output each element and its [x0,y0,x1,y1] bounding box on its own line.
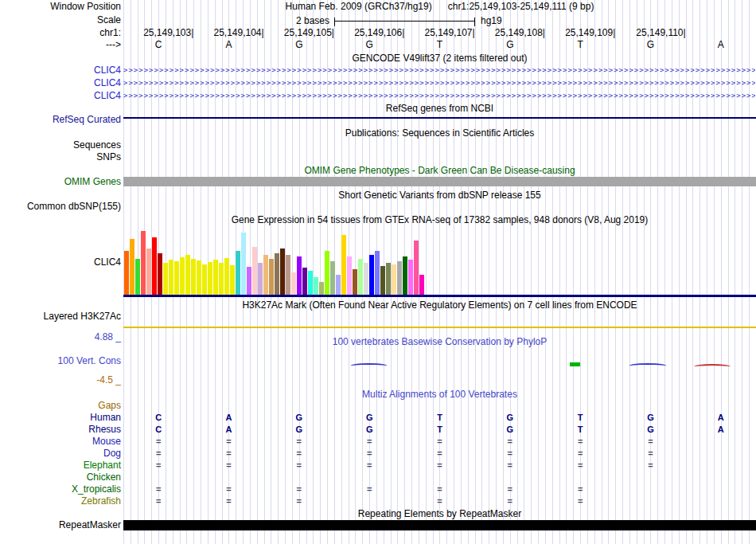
gtex-expression-bar[interactable] [263,255,268,295]
gtex-expression-bar[interactable] [258,263,263,295]
gtex-expression-bar[interactable] [336,275,341,295]
gtex-expression-bar[interactable] [297,256,302,295]
gtex-expression-bar[interactable] [247,267,251,295]
gtex-expression-bar[interactable] [130,239,134,295]
gtex-expression-bar[interactable] [341,235,346,295]
gtex-expression-bar[interactable] [197,260,201,295]
gtex-expression-bar[interactable] [169,260,173,295]
ruler-base: C [150,40,166,50]
gtex-expression-bar[interactable] [213,260,218,295]
multiz-species-label[interactable]: X_tropicalis [0,484,121,495]
repeatmasker-element-bar[interactable] [123,520,756,530]
omim-genes-label[interactable]: OMIM Genes [0,177,121,187]
dbsnp-label[interactable]: Common dbSNP(155) [0,202,121,212]
gtex-expression-bar[interactable] [135,259,140,295]
multiz-species-label[interactable]: Chicken [0,472,121,483]
gtex-expression-bar[interactable] [408,260,413,295]
gtex-expression-bar[interactable] [241,233,246,295]
gtex-expression-bar[interactable] [252,247,257,295]
gtex-expression-bar[interactable] [319,282,324,295]
chromosome-label: chr1: [0,28,121,38]
gtex-expression-bar[interactable] [375,251,380,295]
phylop-track-label[interactable]: 100 Vert. Cons [0,356,121,366]
gtex-expression-bar[interactable] [302,268,307,295]
gene-model-arrows[interactable]: >>>>>>>>>>>>>>>>>>>>>>>>>>>>>>>>>>>>>>>>… [123,65,755,75]
gtex-expression-bar[interactable] [141,231,146,295]
multiz-track-title[interactable]: Multiz Alignments of 100 Vertebrates [123,389,756,400]
refseq-curated-label[interactable]: RefSeq Curated [0,115,121,125]
gtex-expression-bar[interactable] [163,263,168,295]
alignment-cell: = [432,436,448,447]
gtex-expression-chart[interactable] [124,229,427,295]
gtex-expression-bar[interactable] [202,264,207,295]
gtex-track-title[interactable]: Gene Expression in 54 tissues from GTEx … [123,215,756,225]
gtex-expression-bar[interactable] [230,265,235,295]
gtex-expression-bar[interactable] [146,249,151,295]
omim-gene-bar[interactable] [123,177,756,186]
dbsnp-track-title[interactable]: Short Genetic Variants from dbSNP releas… [123,190,756,201]
gtex-expression-bar[interactable] [191,259,196,295]
repeatmasker-label[interactable]: RepeatMasker [0,520,121,530]
gtex-expression-bar[interactable] [414,241,419,295]
gtex-expression-bar[interactable] [180,257,185,295]
gtex-expression-bar[interactable] [224,258,229,295]
gtex-expression-bar[interactable] [386,263,391,295]
gene-row-label[interactable]: CLIC4 [0,78,121,88]
gtex-expression-bar[interactable] [380,266,385,295]
gtex-expression-bar[interactable] [269,259,274,295]
gtex-expression-bar[interactable] [314,277,318,295]
h3k27ac-track-title[interactable]: H3K27Ac Mark (Often Found Near Active Re… [123,300,756,311]
gtex-expression-bar[interactable] [358,259,363,295]
multiz-species-label[interactable]: Mouse [0,436,121,447]
gtex-expression-bar[interactable] [308,271,313,295]
gene-row-label[interactable]: CLIC4 [0,65,121,76]
snps-label[interactable]: SNPs [0,152,121,162]
gtex-expression-bar[interactable] [369,255,374,295]
window-position-label: Window Position [0,2,121,12]
multiz-species-label[interactable]: Dog [0,448,121,459]
gtex-expression-bar[interactable] [353,269,357,295]
refseq-track-title[interactable]: RefSeq genes from NCBI [123,104,756,114]
gencode-track-title[interactable]: GENCODE V49lift37 (2 items filtered out) [123,53,756,64]
gtex-expression-bar[interactable] [280,249,285,295]
gtex-expression-bar[interactable] [364,263,368,295]
gtex-expression-bar[interactable] [291,272,296,295]
repeatmasker-track-title[interactable]: Repeating Elements by RepeatMasker [123,509,756,519]
gtex-expression-bar[interactable] [236,251,240,295]
gtex-expression-bar[interactable] [185,255,190,295]
gtex-expression-bar[interactable] [330,261,335,295]
gtex-expression-bar[interactable] [403,256,407,295]
alignment-cell: = [643,436,659,447]
multiz-species-label[interactable]: Elephant [0,460,121,471]
refseq-gene-line[interactable] [123,117,756,119]
gtex-gene-label[interactable]: CLIC4 [0,257,121,268]
publications-track-title[interactable]: Publications: Sequences in Scientific Ar… [123,128,756,139]
gtex-expression-bar[interactable] [158,253,162,295]
multiz-species-label[interactable]: Human [0,413,121,423]
gtex-expression-bar[interactable] [419,275,424,295]
omim-track-title[interactable]: OMIM Gene Phenotypes - Dark Green Can Be… [123,166,756,176]
genome-browser-image[interactable]: Window Position Human Feb. 2009 (GRCh37/… [0,0,756,544]
h3k27ac-label[interactable]: Layered H3K27Ac [0,311,121,322]
gtex-expression-bar[interactable] [152,237,157,295]
multiz-species-label[interactable]: Gaps [0,401,121,411]
gtex-gene-model-line[interactable] [123,295,756,297]
ruler-position-label: 25,149,103| [120,28,193,38]
multiz-species-label[interactable]: Rhesus [0,425,121,435]
gtex-expression-bar[interactable] [208,262,212,295]
gene-row-label[interactable]: CLIC4 [0,91,121,101]
gtex-expression-bar[interactable] [124,251,129,295]
gtex-expression-bar[interactable] [392,264,396,295]
gtex-expression-bar[interactable] [397,261,402,295]
gene-model-arrows[interactable]: >>>>>>>>>>>>>>>>>>>>>>>>>>>>>>>>>>>>>>>>… [123,91,755,100]
gtex-expression-bar[interactable] [347,256,352,295]
phylop-track-title[interactable]: 100 vertebrates Basewise Conservation by… [123,337,756,347]
gtex-expression-bar[interactable] [275,253,279,295]
sequences-label[interactable]: Sequences [0,140,121,151]
gtex-expression-bar[interactable] [219,263,224,295]
gene-model-arrows[interactable]: >>>>>>>>>>>>>>>>>>>>>>>>>>>>>>>>>>>>>>>>… [123,78,755,88]
gtex-expression-bar[interactable] [174,261,179,295]
multiz-species-label[interactable]: Zebrafish [0,496,121,507]
gtex-expression-bar[interactable] [286,255,290,295]
gtex-expression-bar[interactable] [325,251,329,295]
